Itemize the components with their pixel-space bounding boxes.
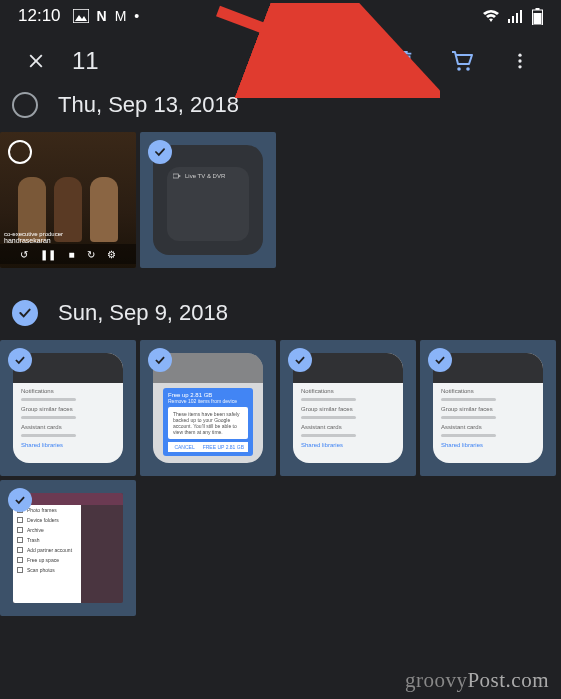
photo-thumb[interactable]: Free up 2.81 GB Remove 102 items from de…: [140, 340, 276, 476]
svg-point-11: [291, 65, 297, 71]
status-bar: 12:10 N M •: [0, 0, 561, 32]
date-section-header[interactable]: Sun, Sep 9, 2018: [0, 290, 561, 340]
date-section-header[interactable]: Thu, Sep 13, 2018: [0, 90, 561, 132]
svg-rect-3: [512, 16, 514, 23]
photo-thumb[interactable]: Notifications Group similar faces Assist…: [420, 340, 556, 476]
status-right: [482, 8, 543, 25]
live-tv-label: Live TV & DVR: [185, 173, 225, 179]
thumb-checkbox-checked[interactable]: [148, 140, 172, 164]
svg-point-14: [457, 67, 461, 71]
photo-grid: Thu, Sep 13, 2018 co-executive producer …: [0, 90, 561, 638]
replay-icon[interactable]: ↻: [87, 249, 95, 260]
status-time: 12:10: [18, 6, 61, 26]
close-button[interactable]: [12, 37, 60, 85]
thumbs-row: Notifications Group similar faces Assist…: [0, 340, 561, 638]
cart-button[interactable]: [433, 37, 491, 85]
photo-thumb-video[interactable]: co-executive producer handrasekaran ↺ ❚❚…: [0, 132, 136, 268]
wifi-icon: [482, 9, 500, 23]
settings-icon[interactable]: ⚙: [107, 249, 116, 260]
svg-rect-4: [516, 13, 518, 23]
more-button[interactable]: [491, 37, 549, 85]
svg-rect-19: [173, 174, 178, 178]
svg-rect-8: [534, 13, 542, 24]
image-icon: [73, 9, 89, 23]
section-checkbox-checked[interactable]: [12, 300, 38, 326]
svg-point-17: [518, 59, 521, 62]
selection-action-bar: 11: [0, 32, 561, 90]
dot-icon: •: [134, 8, 139, 24]
selection-count: 11: [72, 47, 99, 75]
thumb-checkbox-checked[interactable]: [8, 348, 32, 372]
svg-line-13: [285, 63, 292, 67]
video-credit: co-executive producer handrasekaran: [4, 231, 63, 244]
svg-point-18: [518, 65, 521, 68]
svg-marker-1: [75, 15, 87, 21]
section-date: Thu, Sep 13, 2018: [58, 92, 239, 118]
svg-point-16: [518, 54, 521, 57]
thumb-checkbox-checked[interactable]: [148, 348, 172, 372]
thumbs-row: co-executive producer handrasekaran ↺ ❚❚…: [0, 132, 561, 290]
add-button[interactable]: [317, 37, 375, 85]
svg-point-10: [279, 58, 285, 64]
section-date: Sun, Sep 9, 2018: [58, 300, 228, 326]
stop-icon[interactable]: ■: [68, 249, 74, 260]
video-controls: ↺ ❚❚ ■ ↻ ⚙: [0, 244, 136, 264]
photo-thumb[interactable]: Notifications Group similar faces Assist…: [0, 340, 136, 476]
signal-icon: [508, 9, 524, 23]
svg-line-12: [285, 56, 292, 60]
delete-button[interactable]: [375, 37, 433, 85]
svg-point-9: [291, 51, 297, 57]
watermark: groovyPost.com: [405, 668, 549, 693]
share-button[interactable]: [259, 37, 317, 85]
thumb-checkbox-checked[interactable]: [288, 348, 312, 372]
photo-thumb[interactable]: Notifications Group similar faces Assist…: [280, 340, 416, 476]
netflix-icon: N: [97, 8, 107, 24]
pause-icon[interactable]: ❚❚: [40, 249, 56, 260]
svg-rect-5: [520, 10, 522, 23]
photo-thumb[interactable]: Live TV & DVR: [140, 132, 276, 268]
thumb-checkbox-checked[interactable]: [428, 348, 452, 372]
battery-icon: [532, 8, 543, 25]
photo-thumb[interactable]: Photo frames Device folders Archive Tras…: [0, 480, 136, 616]
status-left: 12:10 N M •: [18, 6, 139, 26]
svg-point-15: [466, 67, 470, 71]
thumb-checkbox-checked[interactable]: [8, 488, 32, 512]
section-checkbox-unchecked[interactable]: [12, 92, 38, 118]
rewind-icon[interactable]: ↺: [20, 249, 28, 260]
svg-rect-2: [508, 19, 510, 23]
thumb-checkbox-open[interactable]: [8, 140, 32, 164]
gmail-icon: M: [115, 8, 127, 24]
svg-rect-20: [178, 175, 180, 176]
